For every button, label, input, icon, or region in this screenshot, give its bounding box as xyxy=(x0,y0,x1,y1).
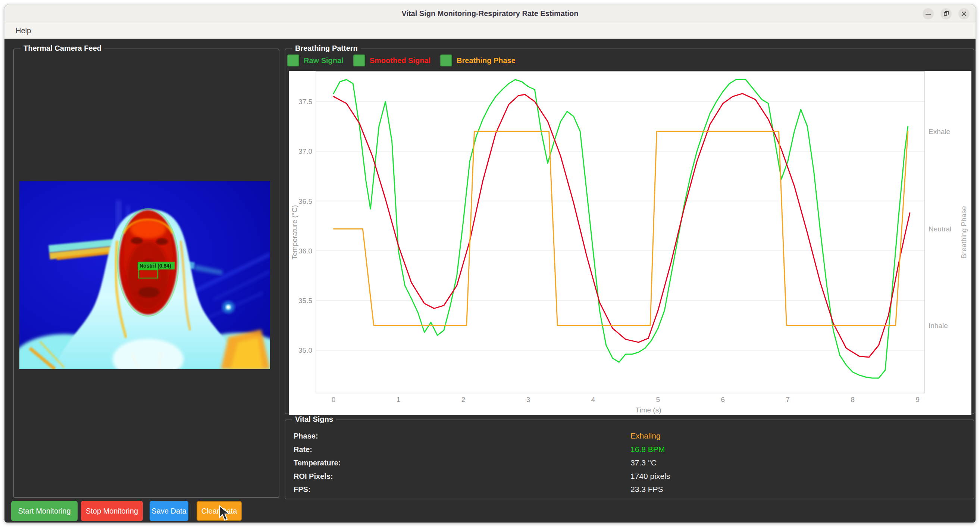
breathing-pattern-panel: Breathing Pattern Raw Signal Smoothed Si… xyxy=(285,49,974,414)
legend-item-raw: Raw Signal xyxy=(287,54,344,67)
vital-row-fps: FPS: 23.3 FPS xyxy=(294,482,966,496)
breathing-pattern-title: Breathing Pattern xyxy=(292,44,361,53)
clear-data-button[interactable]: Clear Data xyxy=(197,501,242,521)
restore-button[interactable] xyxy=(940,8,951,19)
nostril-roi-box xyxy=(139,270,158,278)
roi-pixels-label: ROI Pixels: xyxy=(294,472,333,481)
phase-tick-label: Neutral xyxy=(929,225,951,233)
thermal-camera-image: Nostril (0.84) xyxy=(19,181,270,369)
vital-row-rate: Rate: 16.8 BPM xyxy=(294,443,966,456)
raw-signal-checkbox[interactable] xyxy=(287,54,299,67)
y-tick-label: 35.0 xyxy=(298,346,312,354)
phase-tick-label: Exhale xyxy=(929,127,950,135)
x-tick-label: 7 xyxy=(786,396,790,403)
x-tick-label: 8 xyxy=(851,396,855,403)
x-tick-label: 2 xyxy=(461,396,466,403)
start-monitoring-button[interactable]: Start Monitoring xyxy=(11,501,78,521)
vital-signs-panel: Vital Signs Phase: Exhaling Rate: 16.8 B… xyxy=(285,420,974,499)
vital-row-temperature: Temperature: 37.3 °C xyxy=(294,456,966,470)
restore-icon-back xyxy=(945,11,949,14)
main-content: Thermal Camera Feed xyxy=(5,39,975,522)
y-tick-label: 36.5 xyxy=(298,197,312,205)
thermal-feed-title: Thermal Camera Feed xyxy=(21,44,105,53)
stop-monitoring-button[interactable]: Stop Monitoring xyxy=(81,501,143,521)
menubar: Help xyxy=(5,23,975,39)
x-tick-label: 4 xyxy=(591,396,595,403)
chart-legend: Raw Signal Smoothed Signal Breathing Pha… xyxy=(287,54,515,67)
breathing-phase-label: Breathing Phase xyxy=(457,56,515,65)
legend-item-phase: Breathing Phase xyxy=(440,54,515,67)
chart-svg: 012345678935.035.536.036.537.037.5Exhale… xyxy=(289,71,971,415)
window-title: Vital Sign Monitoring-Respiratory Rate E… xyxy=(401,10,578,18)
raw-signal-label: Raw Signal xyxy=(304,56,344,65)
y-tick-label: 37.0 xyxy=(298,147,312,155)
vital-row-phase: Phase: Exhaling xyxy=(294,429,966,443)
menu-help[interactable]: Help xyxy=(10,27,36,35)
minimize-button[interactable] xyxy=(923,8,934,19)
smoothed-signal-label: Smoothed Signal xyxy=(370,56,431,65)
minimize-icon xyxy=(926,14,931,14)
thermal-feed-panel: Thermal Camera Feed xyxy=(13,49,279,498)
phase-value: Exhaling xyxy=(630,431,661,440)
y-tick-label: 37.5 xyxy=(298,98,312,106)
vital-row-roi: ROI Pixels: 1740 pixels xyxy=(294,470,966,483)
save-data-button[interactable]: Save Data xyxy=(150,501,188,521)
rate-value: 16.8 BPM xyxy=(630,445,665,454)
x-tick-label: 3 xyxy=(527,396,530,403)
x-tick-label: 1 xyxy=(396,396,401,403)
breathing-pattern-chart: 012345678935.035.536.036.537.037.5Exhale… xyxy=(289,71,971,415)
roi-pixels-value: 1740 pixels xyxy=(630,472,670,481)
close-button[interactable] xyxy=(958,8,970,19)
y-axis-label-right: Breathing Phase xyxy=(960,206,968,259)
titlebar: Vital Sign Monitoring-Respiratory Rate E… xyxy=(5,5,975,23)
legend-item-smoothed: Smoothed Signal xyxy=(353,54,431,67)
y-tick-label: 36.0 xyxy=(298,247,312,255)
breathing-phase-checkbox[interactable] xyxy=(440,54,452,67)
temperature-value: 37.3 °C xyxy=(630,459,657,467)
app-window: Vital Sign Monitoring-Respiratory Rate E… xyxy=(5,5,975,522)
x-tick-label: 9 xyxy=(916,396,920,403)
y-axis-label-left: Temperature (°C) xyxy=(291,205,298,260)
x-tick-label: 0 xyxy=(332,396,336,403)
nostril-label: Nostril (0.84) xyxy=(140,263,171,269)
fps-value: 23.3 FPS xyxy=(630,485,663,494)
vital-signs-title: Vital Signs xyxy=(292,415,336,424)
rate-label: Rate: xyxy=(294,445,312,454)
phase-tick-label: Inhale xyxy=(929,322,948,330)
window-controls xyxy=(923,5,970,23)
temperature-label: Temperature: xyxy=(294,459,340,467)
fps-label: FPS: xyxy=(294,485,311,494)
phase-label: Phase: xyxy=(294,432,318,440)
y-tick-label: 35.5 xyxy=(298,297,312,304)
smoothed-signal-checkbox[interactable] xyxy=(353,54,365,67)
x-tick-label: 5 xyxy=(656,396,660,403)
x-axis-label: Time (s) xyxy=(636,406,662,414)
x-tick-label: 6 xyxy=(721,396,725,403)
